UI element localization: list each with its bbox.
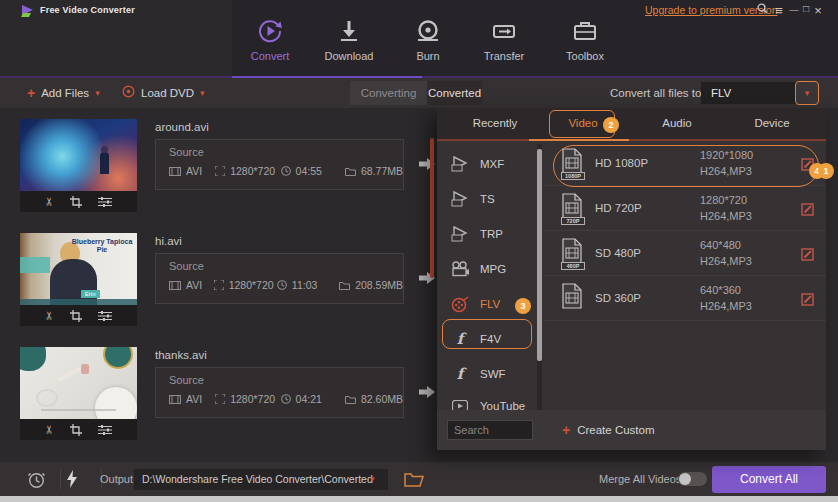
edit-preset-icon[interactable] — [801, 292, 814, 310]
format-swf[interactable]: f SWF — [437, 361, 537, 387]
create-custom-button[interactable]: + Create Custom — [562, 410, 655, 450]
resolution-icon — [214, 280, 224, 290]
video-thumbnail — [20, 347, 137, 419]
file-duration: 11:03 — [292, 279, 318, 291]
file-format: AVI — [186, 393, 202, 405]
search-input[interactable] — [447, 420, 533, 440]
format-icon — [169, 395, 181, 404]
add-files-button[interactable]: + Add Files ▾ — [27, 78, 100, 108]
preset-sd-360p[interactable]: SD 360P 640*360 H264,MP3 — [545, 276, 826, 321]
tab-audio[interactable]: Audio — [647, 108, 707, 139]
effects-icon[interactable] — [98, 424, 112, 436]
tab-transfer[interactable]: Transfer — [469, 15, 539, 73]
close-icon[interactable]: × — [811, 3, 825, 18]
menu-icon[interactable]: ≡ — [772, 3, 786, 18]
tab-converted[interactable]: Converted — [427, 81, 482, 105]
thumbnail-decor — [81, 364, 89, 374]
preset-file-icon: 480P — [561, 238, 587, 270]
trim-icon[interactable]: ✂ — [45, 424, 54, 435]
source-label: Source — [169, 374, 403, 386]
preset-sd-480p[interactable]: 480P SD 480P 640*480 H264,MP3 — [545, 231, 826, 276]
resolution-icon — [215, 166, 225, 176]
convert-all-button[interactable]: Convert All — [712, 466, 826, 493]
video-file-icon — [449, 191, 471, 207]
file-row-around[interactable]: ✂ around.avi Source AVI 1280*720 04:55 6… — [0, 119, 437, 233]
merge-toggle[interactable] — [678, 472, 707, 486]
format-scrollbar[interactable] — [537, 149, 542, 361]
effects-icon[interactable] — [98, 310, 112, 322]
app-logo-icon — [21, 3, 36, 21]
convert-all-files-label: Convert all files to: — [610, 78, 705, 108]
preset-highlight-outline — [553, 145, 819, 187]
output-path-select[interactable]: D:\Wondershare Free Video Converter\Conv… — [134, 469, 388, 490]
file-resolution: 1280*720 — [229, 279, 274, 291]
format-dropdown-button[interactable]: ▾ — [795, 81, 819, 105]
preset-list: 1080P HD 1080P 1920*1080 H264,MP3 720P H… — [545, 141, 826, 410]
format-mxf[interactable]: MXF — [437, 151, 537, 177]
tab-device[interactable]: Device — [742, 108, 802, 139]
trim-icon[interactable]: ✂ — [45, 310, 54, 321]
file-format: AVI — [186, 279, 202, 291]
format-list: MXF TS TRP MPG — [437, 141, 545, 410]
thumbnail-caption-bar — [41, 409, 116, 411]
crop-icon[interactable] — [70, 424, 82, 436]
file-row-thanks[interactable]: ✂ thanks.avi Source AVI 1280*720 04:21 8… — [0, 347, 437, 461]
tab-download[interactable]: Download — [314, 15, 384, 73]
format-trp[interactable]: TRP — [437, 221, 537, 247]
file-size: 208.59MB — [355, 279, 403, 291]
crop-icon[interactable] — [70, 196, 82, 208]
tab-recently[interactable]: Recently — [455, 108, 535, 139]
flash-icon: f — [449, 367, 471, 382]
format-mpg[interactable]: MPG — [437, 256, 537, 282]
preset-file-icon — [561, 283, 587, 315]
caret-down-icon: ▾ — [805, 89, 810, 98]
file-row-hi[interactable]: Blueberry Tapioca Pie Erin ✂ hi.avi Sour… — [0, 233, 437, 347]
video-thumbnail: Blueberry Tapioca Pie Erin — [20, 233, 137, 305]
format-f4v[interactable]: f F4V — [437, 326, 537, 352]
source-label: Source — [169, 146, 403, 158]
edit-preset-icon[interactable] — [801, 202, 814, 220]
caret-down-icon: ▾ — [370, 469, 375, 490]
divider — [60, 469, 61, 489]
format-panel-footer: + Create Custom — [437, 410, 826, 450]
file-name: hi.avi — [155, 235, 182, 247]
file-name: thanks.avi — [155, 349, 207, 361]
tab-toolbox[interactable]: Toolbox — [550, 15, 620, 73]
crop-icon[interactable] — [70, 310, 82, 322]
burn-icon — [393, 15, 463, 47]
source-info-box: Source AVI 1280*720 04:55 68.77MB — [155, 139, 404, 190]
edit-preset-icon[interactable] — [801, 247, 814, 265]
output-label: Output — [100, 462, 133, 496]
open-folder-icon[interactable] — [404, 462, 424, 496]
preset-hd-720p[interactable]: 720P HD 720P 1280*720 H264,MP3 — [545, 186, 826, 231]
movie-camera-icon — [449, 261, 471, 277]
convert-icon — [235, 15, 305, 47]
schedule-icon[interactable] — [27, 462, 46, 496]
titlebar: Free Video Converter Upgrade to premium … — [0, 0, 838, 76]
source-info-box: Source AVI 1280*720 11:03 208.59MB — [155, 253, 404, 304]
bottom-bar: Output D:\Wondershare Free Video Convert… — [0, 462, 838, 496]
caret-down-icon: ▾ — [95, 89, 100, 98]
tab-convert[interactable]: Convert — [235, 15, 305, 73]
list-scrollbar[interactable] — [430, 138, 434, 278]
high-speed-icon[interactable] — [66, 462, 78, 496]
transfer-icon — [469, 15, 539, 47]
file-resolution: 1280*720 — [230, 165, 275, 177]
video-thumbnail — [20, 119, 137, 191]
app-title: Free Video Converter — [40, 5, 135, 15]
merge-all-videos-label: Merge All Videos — [599, 462, 681, 496]
duration-icon — [277, 280, 287, 290]
format-panel-tabs: Recently Video Audio Device 2 — [437, 108, 826, 141]
format-icon — [169, 167, 181, 176]
format-ts[interactable]: TS — [437, 186, 537, 212]
clip-toolbar: ✂ — [20, 305, 137, 326]
trim-icon[interactable]: ✂ — [45, 196, 54, 207]
search-icon[interactable] — [755, 3, 769, 16]
output-path: D:\Wondershare Free Video Converter\Conv… — [142, 469, 373, 490]
effects-icon[interactable] — [98, 196, 112, 208]
video-file-icon — [449, 226, 471, 242]
file-resolution: 1280*720 — [230, 393, 275, 405]
tab-converting[interactable]: Converting — [350, 81, 427, 105]
load-dvd-button[interactable]: Load DVD ▾ — [122, 78, 205, 108]
tab-burn[interactable]: Burn — [393, 15, 463, 73]
